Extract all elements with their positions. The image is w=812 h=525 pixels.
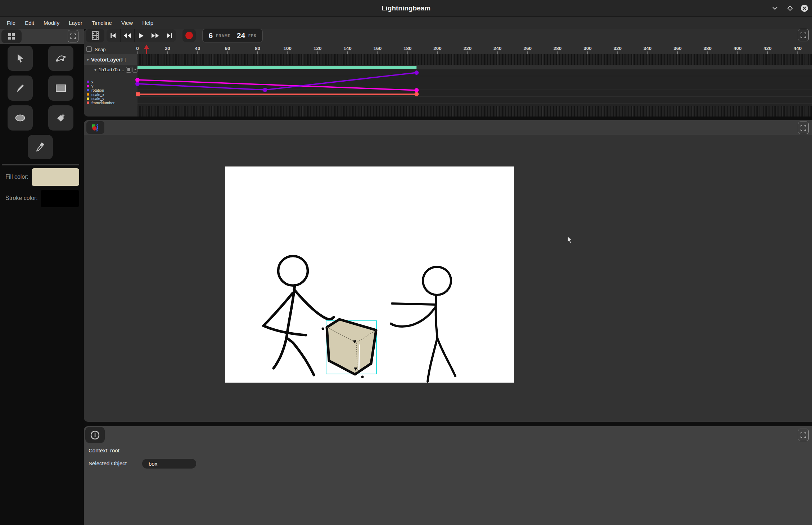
property-label: y (91, 84, 93, 88)
pencil-icon (15, 83, 26, 93)
stroke-color-label: Stroke color: (5, 195, 38, 201)
object-tween-button[interactable]: ~ (132, 67, 137, 73)
collapse-triangle-icon[interactable]: ▾ (87, 57, 89, 62)
skip-start-button[interactable] (107, 29, 121, 42)
menu-timeline[interactable]: Timeline (87, 20, 117, 26)
property-frameNumber[interactable]: frameNumber (87, 101, 114, 105)
fps-label: FPS (248, 34, 256, 38)
record-button[interactable] (182, 29, 196, 42)
skip-end-icon (166, 33, 173, 38)
property-y[interactable]: y (87, 84, 114, 88)
rectangle-icon (55, 83, 67, 93)
ruler-label: 360 (673, 46, 682, 51)
fill-bucket-tool-button[interactable] (48, 105, 73, 131)
ruler-label: 440 (794, 46, 802, 51)
timeline-expand-button[interactable] (798, 29, 809, 41)
ruler-label: 40 (195, 46, 200, 51)
property-label: frameNumber (91, 101, 114, 105)
property-label: rotation (91, 88, 104, 92)
selected-object-dropdown[interactable]: box (142, 459, 196, 469)
stick-figure-left[interactable] (263, 256, 334, 375)
stroke-color-swatch[interactable] (41, 190, 79, 207)
property-x[interactable]: x (87, 80, 114, 84)
menu-help[interactable]: Help (137, 20, 158, 26)
rewind-icon (123, 33, 131, 38)
rewind-button[interactable] (121, 29, 135, 42)
skip-end-button[interactable] (162, 29, 176, 42)
property-rotation[interactable]: rotation (87, 88, 114, 92)
mouse-cursor-icon (567, 236, 573, 244)
ruler-label: 80 (255, 46, 260, 51)
property-scale_x[interactable]: scale_x (87, 92, 114, 97)
close-circle-icon (800, 4, 808, 12)
curve-path-icon (55, 52, 67, 64)
property-scale_y[interactable]: scale_y (87, 96, 114, 101)
chevron-down-icon (771, 5, 779, 12)
property-list: xyrotationscale_xscale_yframeNumber (87, 80, 114, 105)
window-title: Lightningbeam (0, 0, 812, 17)
pencil-tool-button[interactable] (8, 76, 33, 101)
ruler-label: 160 (374, 46, 382, 51)
filled-square-icon (127, 68, 130, 71)
object-row-151ad70a[interactable]: ▾ 151ad70a... ~ (84, 66, 137, 73)
grid-icon (8, 32, 15, 40)
eyedropper-icon (35, 142, 46, 152)
select-tool-button[interactable] (8, 46, 33, 71)
eyedropper-tool-button[interactable] (28, 135, 53, 159)
animation-stage[interactable] (225, 166, 514, 383)
menu-modify[interactable]: Modify (39, 20, 64, 26)
info-button[interactable] (85, 427, 105, 443)
ruler-label: 340 (644, 46, 652, 51)
frame-label: FRAME (216, 34, 231, 38)
ruler-label: 100 (284, 46, 292, 51)
property-color-dot (87, 89, 89, 91)
layout-grid-button[interactable] (1, 29, 22, 43)
ruler-label: 20 (165, 46, 170, 51)
fill-color-swatch[interactable] (32, 168, 79, 186)
menu-view[interactable]: View (117, 20, 137, 26)
select-arrow-icon (15, 53, 26, 64)
ruler-label: 140 (343, 46, 352, 51)
layer-row-vectorlayer[interactable]: ▾ VectorLayer [L] (84, 54, 137, 65)
menu-layer[interactable]: Layer (64, 20, 87, 26)
info-icon (90, 430, 100, 440)
curve-editor-area[interactable] (137, 69, 812, 106)
menu-file[interactable]: File (2, 20, 20, 26)
curve-tool-button[interactable] (48, 46, 73, 71)
minimize-button[interactable] (771, 4, 779, 13)
object-visibility-button[interactable] (126, 67, 131, 73)
canvas-expand-button[interactable] (798, 122, 809, 134)
property-color-dot (87, 101, 89, 104)
stage-artwork (225, 166, 514, 383)
inspector-expand-button[interactable] (798, 429, 809, 441)
object-name: 151ad70a... (99, 67, 124, 72)
close-button[interactable] (800, 4, 809, 13)
menu-edit[interactable]: Edit (20, 20, 39, 26)
rectangle-tool-button[interactable] (48, 76, 73, 101)
layer-badge: [L] (121, 57, 126, 62)
timeline-ruler[interactable]: 0204060801001201401601802002202402602803… (84, 44, 812, 54)
expand-icon (800, 125, 807, 131)
ruler-label: 200 (433, 46, 442, 51)
box-object[interactable] (322, 319, 376, 378)
tools-divider (2, 164, 79, 165)
tools-expand-button[interactable] (68, 30, 78, 42)
property-color-dot (87, 81, 89, 83)
frames-track-bottom[interactable] (137, 106, 812, 117)
frames-track-top[interactable] (137, 54, 812, 65)
shapes-mode-button[interactable] (86, 121, 104, 134)
fast-forward-button[interactable] (148, 29, 162, 42)
paint-bucket-icon (55, 112, 67, 124)
fill-color-label: Fill color: (5, 174, 28, 180)
ruler-label: 420 (763, 46, 772, 51)
canvas-panel-header (84, 120, 812, 135)
playhead[interactable] (144, 45, 149, 54)
tilde-icon: ~ (134, 68, 136, 72)
film-button[interactable] (86, 29, 104, 42)
ruler-label: 180 (403, 46, 412, 51)
play-button[interactable] (135, 29, 149, 42)
maximize-button[interactable] (786, 4, 794, 13)
stick-figure-right[interactable] (391, 267, 455, 382)
ellipse-tool-button[interactable] (8, 105, 33, 131)
collapse-triangle-icon[interactable]: ▾ (94, 67, 96, 72)
